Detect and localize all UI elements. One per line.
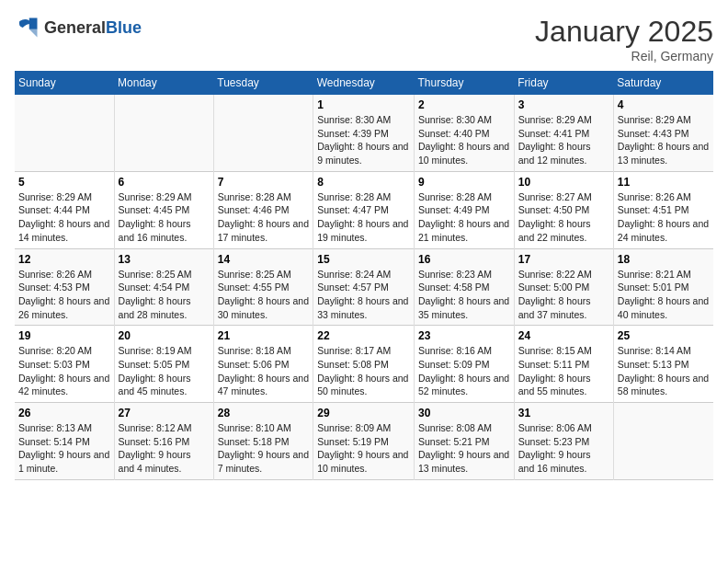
day-number: 1: [317, 98, 410, 111]
calendar-cell: 20Sunrise: 8:19 AM Sunset: 5:05 PM Dayli…: [114, 326, 213, 403]
day-number: 31: [518, 407, 609, 419]
calendar-cell: 21Sunrise: 8:18 AM Sunset: 5:06 PM Dayli…: [213, 326, 313, 403]
cell-info: Sunrise: 8:29 AM Sunset: 4:43 PM Dayligh…: [618, 113, 710, 167]
calendar-cell: 24Sunrise: 8:15 AM Sunset: 5:11 PM Dayli…: [514, 326, 613, 403]
cell-info: Sunrise: 8:28 AM Sunset: 4:47 PM Dayligh…: [317, 190, 410, 245]
calendar-cell: [213, 95, 313, 171]
day-number: 11: [618, 176, 710, 189]
calendar-cell: 30Sunrise: 8:08 AM Sunset: 5:21 PM Dayli…: [414, 403, 514, 480]
day-number: 27: [119, 407, 210, 419]
day-number: 5: [18, 176, 110, 189]
day-number: 6: [119, 176, 210, 189]
calendar-cell: 22Sunrise: 8:17 AM Sunset: 5:08 PM Dayli…: [313, 326, 415, 403]
day-number: 15: [317, 253, 410, 266]
calendar-cell: 4Sunrise: 8:29 AM Sunset: 4:43 PM Daylig…: [613, 95, 713, 171]
logo: GeneralBlue: [15, 15, 142, 40]
calendar-cell: 23Sunrise: 8:16 AM Sunset: 5:09 PM Dayli…: [414, 326, 514, 403]
calendar-cell: 29Sunrise: 8:09 AM Sunset: 5:19 PM Dayli…: [313, 403, 415, 480]
cell-info: Sunrise: 8:12 AM Sunset: 5:16 PM Dayligh…: [119, 421, 210, 476]
cell-info: Sunrise: 8:15 AM Sunset: 5:11 PM Dayligh…: [518, 344, 609, 398]
cell-info: Sunrise: 8:19 AM Sunset: 5:05 PM Dayligh…: [119, 344, 210, 398]
cell-info: Sunrise: 8:29 AM Sunset: 4:44 PM Dayligh…: [18, 190, 110, 245]
calendar-week-row: 19Sunrise: 8:20 AM Sunset: 5:03 PM Dayli…: [15, 326, 713, 403]
calendar-week-row: 1Sunrise: 8:30 AM Sunset: 4:39 PM Daylig…: [15, 95, 713, 171]
calendar-week-row: 26Sunrise: 8:13 AM Sunset: 5:14 PM Dayli…: [15, 403, 713, 480]
day-number: 3: [518, 98, 609, 111]
page-header: GeneralBlue January 2025 Reil, Germany: [15, 15, 713, 63]
cell-info: Sunrise: 8:21 AM Sunset: 5:01 PM Dayligh…: [618, 268, 710, 322]
calendar-cell: [114, 95, 213, 171]
calendar-cell: 27Sunrise: 8:12 AM Sunset: 5:16 PM Dayli…: [114, 403, 213, 480]
day-number: 10: [518, 176, 609, 189]
day-number: 16: [418, 253, 510, 266]
day-number: 26: [18, 407, 110, 419]
calendar-cell: 5Sunrise: 8:29 AM Sunset: 4:44 PM Daylig…: [15, 171, 114, 248]
calendar-cell: 1Sunrise: 8:30 AM Sunset: 4:39 PM Daylig…: [313, 95, 415, 171]
day-number: 4: [618, 98, 710, 111]
day-number: 14: [218, 253, 309, 266]
calendar-cell: 8Sunrise: 8:28 AM Sunset: 4:47 PM Daylig…: [313, 171, 415, 248]
calendar-week-row: 12Sunrise: 8:26 AM Sunset: 4:53 PM Dayli…: [15, 248, 713, 326]
day-number: 22: [317, 329, 410, 342]
calendar-cell: [613, 403, 713, 480]
calendar-cell: 13Sunrise: 8:25 AM Sunset: 4:54 PM Dayli…: [114, 248, 213, 326]
calendar-cell: 25Sunrise: 8:14 AM Sunset: 5:13 PM Dayli…: [613, 326, 713, 403]
calendar-cell: 2Sunrise: 8:30 AM Sunset: 4:40 PM Daylig…: [414, 95, 514, 171]
day-number: 2: [418, 98, 510, 111]
cell-info: Sunrise: 8:25 AM Sunset: 4:54 PM Dayligh…: [119, 268, 210, 322]
day-number: 19: [18, 329, 110, 342]
cell-info: Sunrise: 8:27 AM Sunset: 4:50 PM Dayligh…: [518, 190, 609, 245]
calendar-cell: 17Sunrise: 8:22 AM Sunset: 5:00 PM Dayli…: [514, 248, 613, 326]
title-area: January 2025 Reil, Germany: [535, 15, 713, 63]
logo-blue: Blue: [106, 18, 142, 37]
svg-marker-2: [29, 29, 38, 38]
weekday-header: Monday: [114, 71, 213, 95]
calendar-cell: 16Sunrise: 8:23 AM Sunset: 4:58 PM Dayli…: [414, 248, 514, 326]
weekday-header: Saturday: [613, 71, 713, 95]
subtitle: Reil, Germany: [535, 49, 713, 63]
day-number: 29: [317, 407, 410, 419]
logo-icon: [15, 15, 40, 40]
weekday-header-row: SundayMondayTuesdayWednesdayThursdayFrid…: [15, 71, 713, 95]
day-number: 18: [618, 253, 710, 266]
cell-info: Sunrise: 8:10 AM Sunset: 5:18 PM Dayligh…: [218, 421, 309, 476]
day-number: 7: [218, 176, 309, 189]
calendar-cell: 9Sunrise: 8:28 AM Sunset: 4:49 PM Daylig…: [414, 171, 514, 248]
day-number: 24: [518, 329, 609, 342]
cell-info: Sunrise: 8:13 AM Sunset: 5:14 PM Dayligh…: [18, 421, 110, 476]
weekday-header: Friday: [514, 71, 613, 95]
calendar-cell: 26Sunrise: 8:13 AM Sunset: 5:14 PM Dayli…: [15, 403, 114, 480]
cell-info: Sunrise: 8:08 AM Sunset: 5:21 PM Dayligh…: [418, 421, 510, 476]
cell-info: Sunrise: 8:25 AM Sunset: 4:55 PM Dayligh…: [218, 268, 309, 322]
day-number: 13: [119, 253, 210, 266]
weekday-header: Tuesday: [213, 71, 313, 95]
calendar-cell: 31Sunrise: 8:06 AM Sunset: 5:23 PM Dayli…: [514, 403, 613, 480]
weekday-header: Wednesday: [313, 71, 415, 95]
cell-info: Sunrise: 8:20 AM Sunset: 5:03 PM Dayligh…: [18, 344, 110, 398]
cell-info: Sunrise: 8:06 AM Sunset: 5:23 PM Dayligh…: [518, 421, 609, 476]
cell-info: Sunrise: 8:23 AM Sunset: 4:58 PM Dayligh…: [418, 268, 510, 322]
day-number: 20: [119, 329, 210, 342]
cell-info: Sunrise: 8:28 AM Sunset: 4:49 PM Dayligh…: [418, 190, 510, 245]
calendar-week-row: 5Sunrise: 8:29 AM Sunset: 4:44 PM Daylig…: [15, 171, 713, 248]
cell-info: Sunrise: 8:30 AM Sunset: 4:40 PM Dayligh…: [418, 113, 510, 167]
cell-info: Sunrise: 8:16 AM Sunset: 5:09 PM Dayligh…: [418, 344, 510, 398]
day-number: 25: [618, 329, 710, 342]
cell-info: Sunrise: 8:09 AM Sunset: 5:19 PM Dayligh…: [317, 421, 410, 476]
calendar-cell: [15, 95, 114, 171]
cell-info: Sunrise: 8:14 AM Sunset: 5:13 PM Dayligh…: [618, 344, 710, 398]
cell-info: Sunrise: 8:26 AM Sunset: 4:53 PM Dayligh…: [18, 268, 110, 322]
cell-info: Sunrise: 8:18 AM Sunset: 5:06 PM Dayligh…: [218, 344, 309, 398]
cell-info: Sunrise: 8:24 AM Sunset: 4:57 PM Dayligh…: [317, 268, 410, 322]
cell-info: Sunrise: 8:26 AM Sunset: 4:51 PM Dayligh…: [618, 190, 710, 245]
weekday-header: Thursday: [414, 71, 514, 95]
calendar-cell: 10Sunrise: 8:27 AM Sunset: 4:50 PM Dayli…: [514, 171, 613, 248]
calendar-cell: 7Sunrise: 8:28 AM Sunset: 4:46 PM Daylig…: [213, 171, 313, 248]
day-number: 21: [218, 329, 309, 342]
calendar-cell: 14Sunrise: 8:25 AM Sunset: 4:55 PM Dayli…: [213, 248, 313, 326]
day-number: 17: [518, 253, 609, 266]
day-number: 28: [218, 407, 309, 419]
calendar-cell: 12Sunrise: 8:26 AM Sunset: 4:53 PM Dayli…: [15, 248, 114, 326]
calendar-cell: 6Sunrise: 8:29 AM Sunset: 4:45 PM Daylig…: [114, 171, 213, 248]
weekday-header: Sunday: [15, 71, 114, 95]
